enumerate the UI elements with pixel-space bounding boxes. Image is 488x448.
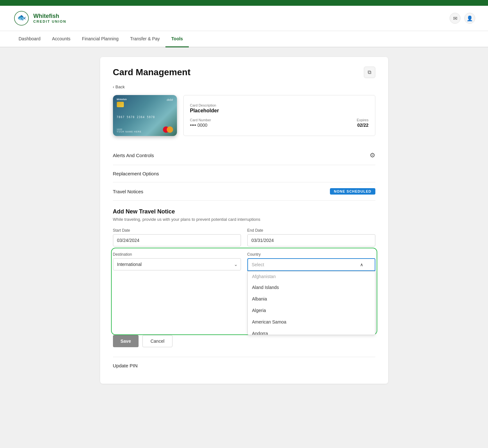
card-expires-label: Expires: [357, 118, 369, 122]
update-pin-row: Update PIN: [113, 357, 375, 374]
logo-area: 🐟 Whitefish CREDIT UNION: [13, 10, 66, 27]
back-link[interactable]: ‹ Back: [113, 84, 375, 89]
nav-item-accounts[interactable]: Accounts: [46, 31, 76, 47]
user-icon: 👤: [467, 15, 473, 21]
destination-select[interactable]: International Domestic: [113, 258, 241, 270]
country-placeholder: Select: [252, 262, 264, 267]
card-holder-name: YOUR NAME HERE: [117, 131, 142, 133]
mail-icon: ✉: [453, 15, 457, 21]
page-title: Card Management: [113, 67, 191, 77]
country-chevron-up-icon: ∧: [360, 262, 363, 267]
none-scheduled-badge: NONE SCHEDULED: [330, 188, 375, 195]
back-chevron-icon: ‹: [113, 84, 114, 89]
start-date-input[interactable]: [113, 234, 241, 246]
card-management-container: Card Management ⧉ ‹ Back Whitefish: [100, 57, 388, 384]
save-button[interactable]: Save: [113, 335, 139, 347]
country-label: Country: [247, 252, 375, 257]
logo-fish-icon: 🐟: [13, 10, 30, 27]
card-number-label: Card Number: [190, 118, 211, 122]
gear-icon[interactable]: ⚙: [370, 151, 375, 159]
wf-card-label: Whitefish: [117, 98, 127, 100]
logo-line2: CREDIT UNION: [33, 20, 66, 23]
card-image: Whitefish debit 7867 5678 2364 5978 12/2…: [113, 95, 177, 136]
top-bar: [0, 0, 488, 6]
alerts-controls-label: Alerts And Controls: [113, 153, 154, 158]
cancel-button[interactable]: Cancel: [142, 335, 172, 347]
copy-icon-button[interactable]: ⧉: [364, 67, 375, 78]
add-travel-notice-section: Add New Travel Notice While traveling, p…: [113, 201, 375, 347]
mastercard-logo: [163, 126, 173, 133]
country-group: Country Select ∧ Afghanistan Aland Islan…: [247, 252, 375, 271]
card-image-wrapper: Whitefish debit 7867 5678 2364 5978 12/2…: [113, 95, 177, 136]
add-travel-subtitle: While traveling, provide us with your pl…: [113, 217, 375, 222]
page-header: Card Management ⧉: [113, 67, 375, 78]
nav-item-tools[interactable]: Tools: [165, 31, 188, 47]
card-expires-value: 02/22: [357, 123, 369, 128]
nav-item-transfer-pay[interactable]: Transfer & Pay: [124, 31, 166, 47]
country-option-albania[interactable]: Albania: [248, 293, 375, 305]
travel-notices-label: Travel Notices: [113, 189, 143, 194]
mail-icon-button[interactable]: ✉: [450, 13, 460, 24]
card-chip: [117, 102, 124, 107]
debit-label: debit: [167, 98, 173, 101]
destination-group: Destination International Domestic ⌄: [113, 252, 241, 271]
form-actions: Save Cancel: [113, 335, 375, 347]
header: 🐟 Whitefish CREDIT UNION ✉ 👤: [0, 6, 488, 31]
replacement-options-label: Replacement Options: [113, 171, 159, 176]
add-travel-title: Add New Travel Notice: [113, 208, 375, 215]
update-pin-label: Update PIN: [113, 363, 138, 368]
destination-label: Destination: [113, 252, 241, 257]
country-option-algeria[interactable]: Algeria: [248, 305, 375, 316]
country-select-display[interactable]: Select ∧: [247, 258, 375, 271]
card-expiry-card: 12/22: [117, 128, 142, 131]
country-option-andorra[interactable]: Andorra: [248, 328, 375, 335]
navigation: Dashboard Accounts Financial Planning Tr…: [0, 31, 488, 47]
logo-line1: Whitefish: [33, 13, 66, 20]
country-option-afghanistan[interactable]: Afghanistan: [248, 271, 375, 282]
card-number-value: •••• 0000: [190, 123, 211, 128]
card-description-value: Placeholder: [190, 108, 369, 114]
back-label: Back: [116, 84, 125, 89]
card-details: Card Description Placeholder Card Number…: [183, 95, 375, 136]
main-content: Card Management ⧉ ‹ Back Whitefish: [87, 47, 401, 393]
country-option-aland-islands[interactable]: Aland Islands: [248, 282, 375, 293]
card-info-row: Whitefish debit 7867 5678 2364 5978 12/2…: [113, 95, 375, 136]
country-dropdown: Afghanistan Aland Islands Albania Algeri…: [247, 271, 375, 335]
country-option-american-samoa[interactable]: American Samoa: [248, 316, 375, 328]
replacement-options-row: Replacement Options: [113, 165, 375, 182]
end-date-label: End Date: [247, 228, 375, 233]
nav-item-financial-planning[interactable]: Financial Planning: [76, 31, 124, 47]
start-date-label: Start Date: [113, 228, 241, 233]
alerts-controls-row: Alerts And Controls ⚙: [113, 146, 375, 165]
card-description-label: Card Description: [190, 103, 369, 107]
user-icon-button[interactable]: 👤: [464, 13, 475, 24]
travel-notices-row: Travel Notices NONE SCHEDULED: [113, 182, 375, 201]
svg-text:🐟: 🐟: [17, 13, 26, 22]
nav-item-dashboard[interactable]: Dashboard: [13, 31, 46, 47]
end-date-input[interactable]: [247, 234, 375, 246]
copy-icon: ⧉: [368, 69, 371, 75]
card-number-display: 7867 5678 2364 5978: [117, 116, 173, 119]
